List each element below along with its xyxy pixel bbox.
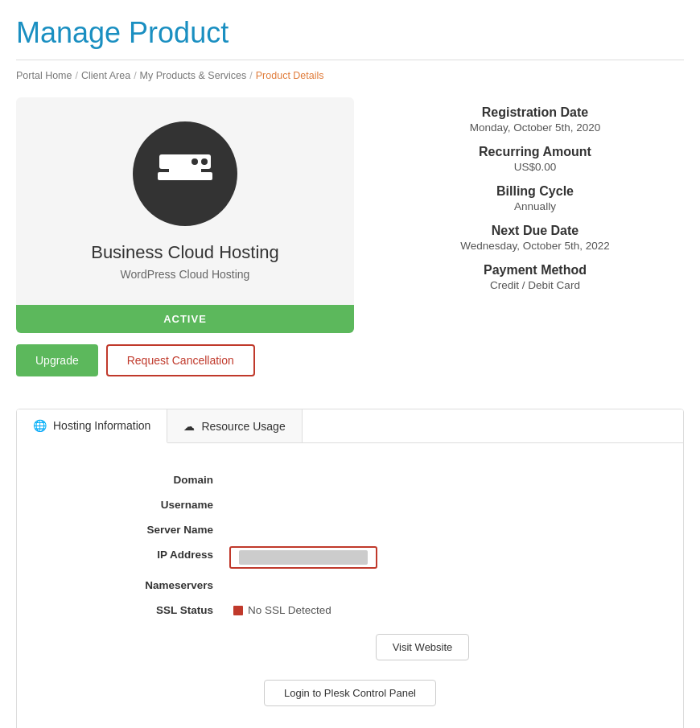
product-icon-circle bbox=[133, 121, 237, 226]
ip-address-value bbox=[221, 542, 624, 573]
product-card-body: Business Cloud Hosting WordPress Cloud H… bbox=[16, 97, 354, 305]
next-due-date-label: Next Due Date bbox=[386, 224, 684, 238]
server-name-label: Server Name bbox=[76, 517, 221, 542]
billing-cycle-label: Billing Cycle bbox=[386, 184, 684, 199]
tab-hosting-label: Hosting Information bbox=[53, 419, 150, 432]
tab-resource-usage[interactable]: ☁ Resource Usage bbox=[167, 409, 302, 442]
plesk-button[interactable]: Login to Plesk Control Panel bbox=[264, 680, 436, 706]
ssl-red-icon bbox=[233, 606, 243, 615]
nameservers-label: Nameservers bbox=[76, 573, 221, 598]
action-buttons: Upgrade Request Cancellation bbox=[16, 344, 354, 376]
recurring-amount-value: US$0.00 bbox=[386, 161, 684, 173]
breadcrumb-sep-2: / bbox=[134, 70, 136, 81]
payment-method-value: Credit / Debit Card bbox=[386, 279, 684, 291]
nameservers-blurred bbox=[233, 579, 237, 591]
visit-website-button[interactable]: Visit Website bbox=[376, 634, 470, 660]
product-name: Business Cloud Hosting bbox=[91, 242, 279, 263]
tab-hosting-information[interactable]: 🌐 Hosting Information bbox=[17, 409, 167, 443]
domain-value bbox=[221, 467, 624, 492]
breadcrumb-sep-3: / bbox=[249, 70, 252, 81]
ssl-status-row: No SSL Detected bbox=[233, 604, 624, 616]
tab-nav: 🌐 Hosting Information ☁ Resource Usage bbox=[17, 409, 683, 443]
username-blurred bbox=[233, 499, 237, 511]
globe-icon: 🌐 bbox=[33, 419, 47, 432]
payment-method-item: Payment Method Credit / Debit Card bbox=[386, 263, 684, 291]
domain-label: Domain bbox=[76, 467, 221, 492]
domain-blurred bbox=[233, 474, 264, 486]
username-value bbox=[221, 492, 624, 517]
billing-cycle-value: Annually bbox=[386, 200, 684, 212]
server-name-blurred bbox=[233, 524, 237, 536]
breadcrumb-client-area[interactable]: Client Area bbox=[81, 70, 130, 81]
ssl-status-label: SSL Status bbox=[76, 598, 221, 623]
svg-point-3 bbox=[191, 158, 198, 165]
ip-address-highlight-box bbox=[229, 546, 377, 569]
plesk-button-wrap: Login to Plesk Control Panel bbox=[33, 668, 667, 706]
payment-method-label: Payment Method bbox=[386, 263, 684, 278]
main-layout: Business Cloud Hosting WordPress Cloud H… bbox=[16, 97, 684, 393]
breadcrumb-sep-1: / bbox=[75, 70, 77, 81]
svg-rect-2 bbox=[169, 169, 201, 173]
svg-point-4 bbox=[201, 158, 208, 165]
product-sub: WordPress Cloud Hosting bbox=[121, 268, 250, 281]
recurring-amount-item: Recurring Amount US$0.00 bbox=[386, 145, 684, 173]
next-due-date-item: Next Due Date Wednesday, October 5th, 20… bbox=[386, 224, 684, 252]
server-name-value bbox=[221, 517, 624, 542]
status-bar: ACTIVE bbox=[16, 305, 354, 333]
registration-date-item: Registration Date Monday, October 5th, 2… bbox=[386, 105, 684, 134]
empty-cell-1 bbox=[76, 623, 221, 660]
tab-content-hosting: Domain Username Server Name IP Address bbox=[17, 443, 683, 728]
breadcrumb-my-products[interactable]: My Products & Services bbox=[140, 70, 247, 81]
breadcrumb: Portal Home / Client Area / My Products … bbox=[16, 70, 684, 81]
registration-date-label: Registration Date bbox=[386, 105, 684, 120]
ssl-status-value: No SSL Detected bbox=[221, 598, 624, 623]
visit-website-wrap: Visit Website bbox=[221, 623, 624, 660]
next-due-date-value: Wednesday, October 5th, 2022 bbox=[386, 240, 684, 252]
product-details-panel: Registration Date Monday, October 5th, 2… bbox=[386, 97, 684, 393]
cloud-icon: ☁ bbox=[183, 420, 195, 433]
hosting-table: Domain Username Server Name IP Address bbox=[76, 467, 624, 660]
username-label: Username bbox=[76, 492, 221, 517]
svg-rect-1 bbox=[158, 172, 212, 180]
product-card-section: Business Cloud Hosting WordPress Cloud H… bbox=[16, 97, 354, 393]
registration-date-value: Monday, October 5th, 2020 bbox=[386, 121, 684, 134]
upgrade-button[interactable]: Upgrade bbox=[16, 344, 98, 376]
product-card: Business Cloud Hosting WordPress Cloud H… bbox=[16, 97, 354, 333]
recurring-amount-label: Recurring Amount bbox=[386, 145, 684, 159]
tab-resource-label: Resource Usage bbox=[201, 420, 285, 433]
breadcrumb-portal-home[interactable]: Portal Home bbox=[16, 70, 72, 81]
tabs-container: 🌐 Hosting Information ☁ Resource Usage D… bbox=[16, 409, 684, 728]
cancel-button[interactable]: Request Cancellation bbox=[106, 344, 255, 376]
ip-address-blurred bbox=[239, 550, 368, 565]
page-title: Manage Product bbox=[16, 16, 684, 60]
nameservers-value bbox=[221, 573, 624, 598]
breadcrumb-product-details: Product Details bbox=[256, 70, 324, 81]
ssl-status-text: No SSL Detected bbox=[248, 604, 331, 616]
server-icon bbox=[156, 151, 214, 196]
billing-cycle-item: Billing Cycle Annually bbox=[386, 184, 684, 212]
ip-address-label: IP Address bbox=[76, 542, 221, 573]
